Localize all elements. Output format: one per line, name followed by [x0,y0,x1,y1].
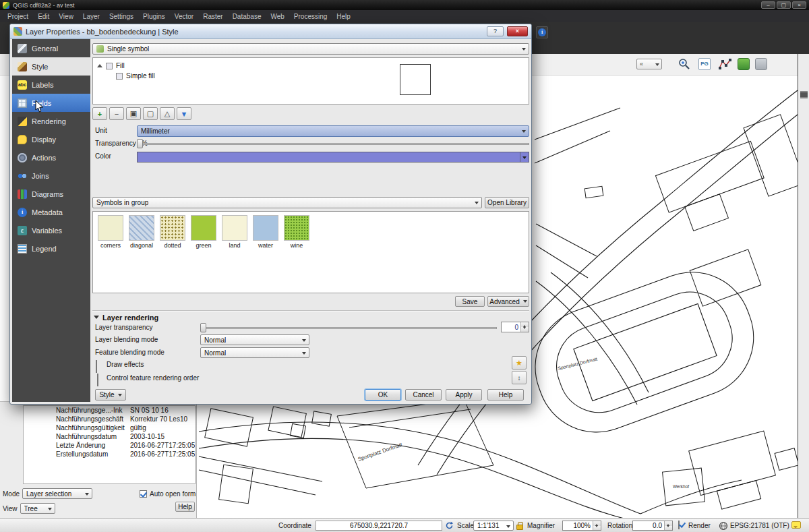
symbol-tree[interactable]: Fill Simple fill [92,57,529,105]
spin-arrows[interactable] [520,322,529,332]
rotation-spinbox[interactable]: 0.0 [632,521,673,531]
maximize-button[interactable]: ▢ [777,1,791,9]
menu-help[interactable]: Help [332,13,355,20]
dialog-tab-joins[interactable]: Joins [12,167,90,185]
mode-dropdown[interactable]: Layer selection [22,488,92,499]
dialog-tab-variables[interactable]: ε Variables [12,221,90,239]
symbol-tree-root[interactable]: Fill [93,61,529,71]
auto-open-form-checkbox[interactable] [140,490,147,498]
identify-tool-button[interactable]: i [536,26,548,38]
layer-transparency-spinbox[interactable]: 0 [501,322,529,332]
symbol-swatch-corners[interactable]: corners [97,215,124,249]
menu-database[interactable]: Database [228,13,266,20]
add-symbol-layer-button[interactable]: + [92,107,107,120]
attribute-row[interactable]: Nachführungsdatum 2003-10-15 [24,432,195,441]
dialog-close-button[interactable]: × [507,26,528,36]
ok-button[interactable]: OK [365,389,401,401]
draw-effects-checkbox[interactable] [96,360,97,373]
layer-transparency-slider[interactable] [200,323,497,332]
save-symbol-button[interactable]: Save [455,296,485,307]
close-button[interactable]: × [792,1,806,9]
disabled-tool-button[interactable] [754,57,769,71]
menu-plugins[interactable]: Plugins [138,13,170,20]
dialog-tab-metadata[interactable]: i Metadata [12,203,90,221]
rendering-order-button[interactable]: ↕ [512,371,527,384]
control-rendering-order-checkbox[interactable] [97,374,98,386]
dialog-titlebar[interactable]: Layer Properties - bb_bodenbedeckung | S… [10,24,531,39]
dialog-tab-general[interactable]: General [12,39,90,57]
dialog-help-bottom-button[interactable]: Help [487,389,524,401]
dialog-tab-style[interactable]: Style [12,57,90,76]
move-down-button[interactable]: ▼ [177,107,191,120]
renderer-dropdown[interactable]: Single symbol [92,43,529,55]
window-titlebar[interactable]: QGIS cdf82a2 - av test – ▢ × [0,0,809,10]
scale-lock-icon[interactable] [516,525,523,530]
dialog-tab-diagrams[interactable]: Diagrams [12,185,90,203]
dialog-tab-labels[interactable]: abc Labels [12,76,90,94]
dialog-tab-display[interactable]: Display [12,130,90,148]
slider-handle[interactable] [137,139,143,148]
menu-layer[interactable]: Layer [78,13,104,20]
attribute-row[interactable]: Letzte Änderung 2016-06-27T17:25:05 [24,441,195,450]
symbol-swatch-wine[interactable]: wine [283,215,310,249]
unit-dropdown[interactable]: Millimeter [137,125,529,137]
dialog-tab-legend[interactable]: Legend [12,239,90,258]
cancel-button[interactable]: Cancel [405,389,442,401]
view-dropdown[interactable]: Tree [20,503,55,514]
magnifier-spin-arrows[interactable] [593,521,601,530]
identify-help-button[interactable]: Help [175,502,195,512]
attribute-row[interactable]: Nachführungsge...-Ink SN 0S 10 16 [24,406,195,415]
advanced-button[interactable]: Advanced [487,296,529,307]
symbol-tree-child[interactable]: Simple fill [93,71,529,81]
refresh-extent-icon[interactable] [445,521,454,530]
move-up-button[interactable]: △ [160,107,175,120]
messages-icon[interactable] [791,521,801,529]
menu-project[interactable]: Project [3,13,33,20]
feature-blending-dropdown[interactable]: Normal [200,347,309,358]
crs-status-button[interactable]: EPSG:21781 (OTF) [730,522,789,529]
scale-dropdown[interactable]: 1:1'131 [473,521,514,531]
attribute-row[interactable]: Erstellungsdatum 2016-06-27T17:25:05 [24,450,195,459]
postgis-tool-button[interactable]: PG [697,57,712,71]
dialog-tab-rendering[interactable]: Rendering [12,112,90,130]
dialog-tab-fields[interactable]: Fields [12,94,90,112]
node-tool-button[interactable] [717,57,732,71]
minimize-button[interactable]: – [761,1,775,9]
symbol-swatch-water[interactable]: water [252,215,279,249]
dialog-tab-actions[interactable]: Actions [12,148,90,167]
zoom-in-tool-button[interactable] [677,57,692,71]
menu-view[interactable]: View [54,13,78,20]
symbol-swatch-land[interactable]: land [221,215,248,249]
effects-options-button[interactable]: ★ [512,356,527,370]
lock-color-button[interactable]: ▢ [143,107,158,120]
magnifier-spinbox[interactable]: 100% [562,521,601,531]
toolbar-overflow-dropdown[interactable]: « [636,59,662,69]
menu-vector[interactable]: Vector [170,13,198,20]
attribute-list[interactable]: Nachführungsge...-Ink SN 0S 10 16 Nachfü… [23,405,196,484]
menu-settings[interactable]: Settings [104,13,138,20]
apply-button[interactable]: Apply [446,389,482,401]
dock-toggle-icon[interactable] [800,91,808,98]
menu-raster[interactable]: Raster [198,13,227,20]
menu-processing[interactable]: Processing [289,13,332,20]
attribute-row[interactable]: Nachführungsgeschäft Korrektur 70 Les10 [24,415,195,423]
transparency-slider[interactable] [137,139,529,148]
expander-icon[interactable] [97,61,102,67]
duplicate-symbol-layer-button[interactable]: ▣ [126,107,141,120]
remove-symbol-layer-button[interactable]: − [109,107,124,120]
color-picker-bar[interactable] [137,152,529,162]
open-library-button[interactable]: Open Library [485,197,529,208]
color-dropdown-arrow[interactable] [520,152,529,162]
symbols-group-dropdown[interactable]: Symbols in group [92,197,482,208]
symbol-swatch-diagonal[interactable]: diagonal [128,215,155,249]
layer-tool-button[interactable] [736,57,751,71]
coordinate-input[interactable]: 675030.9,221720.7 [316,521,442,531]
attribute-row[interactable]: Nachführungsgültigkeit gültig [24,423,195,432]
rotation-spin-arrows[interactable] [664,521,672,530]
render-checkbox[interactable] [678,521,680,529]
slider-handle[interactable] [200,323,206,332]
style-menu-button[interactable]: Style [95,389,126,401]
symbol-swatch-dotted[interactable]: dotted [159,215,186,249]
menu-web[interactable]: Web [266,13,289,20]
dialog-help-button[interactable]: ? [487,26,504,36]
